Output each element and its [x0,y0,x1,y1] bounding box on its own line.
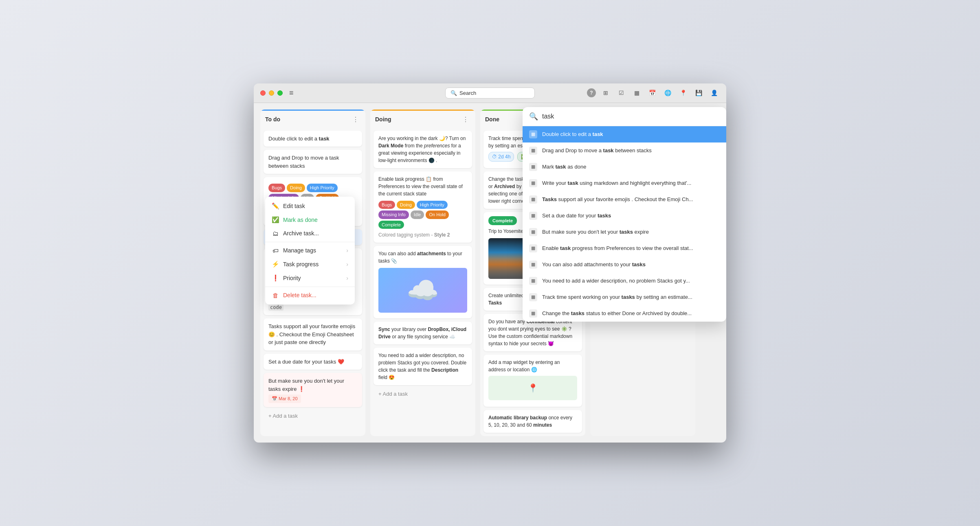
menu-mark-done[interactable]: ✅ Mark as done [265,213,355,227]
traffic-lights [260,90,283,96]
column-todo-header: To do ⋮ [260,110,365,127]
result-icon: ▦ [529,163,537,171]
tag-missing-info: Missing Info [378,210,409,219]
task-card-sync[interactable]: Sync your library over DropBox, iCloud D… [374,322,472,344]
task-card-darkmode[interactable]: Are you working in the dark 🌙? Turn on D… [374,131,472,168]
result-icon: ▦ [529,212,537,220]
column-doing-menu[interactable]: ⋮ [461,115,470,124]
search-result-item[interactable]: ▦ Change the tasks status to either Done… [523,305,726,322]
menu-manage-tags[interactable]: 🏷 Manage tags › [265,244,355,257]
result-icon: ▦ [529,147,537,155]
search-dropdown: 🔍 ▦ Double click to edit a task ▦ Drag a… [523,107,726,322]
task-card-attachments[interactable]: You can also add attachments to your tas… [374,246,472,318]
check-icon: ✅ [272,216,279,224]
search-result-item[interactable]: ▦ But make sure you don't let your tasks… [523,224,726,240]
time-badge-elapsed: ⏱ 2d 4h [488,152,514,162]
search-dropdown-header: 🔍 [523,107,726,126]
search-result-item[interactable]: ▦ Double click to edit a task [523,126,726,142]
task-card-progress[interactable]: Enable task progress 📋 from Preferences … [374,171,472,243]
result-icon: ▦ [529,261,537,269]
result-icon: ▦ [529,130,537,138]
submenu-arrow: › [346,247,348,254]
archive-icon: 🗂 [272,230,279,237]
tag-idle: Idle [411,210,424,219]
search-dropdown-icon: 🔍 [529,112,538,121]
table-icon[interactable]: ▦ [631,87,642,99]
task-card[interactable]: Double click to edit a task [264,131,362,147]
task-card-expired[interactable]: But make sure you don't let your tasks e… [264,373,362,407]
save-icon[interactable]: 💾 [693,87,704,99]
search-dropdown-input[interactable] [542,113,720,120]
menu-archive[interactable]: 🗂 Archive task... [265,227,355,240]
menu-divider-2 [265,287,355,287]
result-icon: ▦ [529,293,537,301]
column-doing-header: Doing ⋮ [370,110,475,127]
tag-bugs: Bugs [378,201,395,209]
search-result-item[interactable]: ▦ Tasks support all your favorite emojis… [523,191,726,208]
search-result-item[interactable]: ▦ Mark task as done [523,159,726,175]
maximize-button[interactable] [277,90,283,96]
add-task-button[interactable]: + Add a task [264,410,362,421]
search-result-item[interactable]: ▦ You need to add a wider description, n… [523,273,726,289]
search-result-item[interactable]: ▦ You can also add attachments to your t… [523,256,726,273]
task-card-description[interactable]: You need to add a wider description, no … [374,348,472,385]
column-todo-title: To do [265,116,280,123]
search-result-item[interactable]: ▦ Write your task using markdown and hig… [523,175,726,191]
calendar-icon[interactable]: 📅 [646,87,658,99]
titlebar: ≡ 🔍 ? ⊞ ☑ ▦ 📅 🌐 📍 💾 👤 [254,83,726,103]
edit-icon: ✏️ [272,202,279,210]
menu-task-progress[interactable]: ⚡ Task progress › [265,257,355,271]
task-card-map[interactable]: Add a map widget by entering an address … [483,355,582,407]
cloud-icon: ☁️ [407,271,439,310]
tags-row: Bugs Doing High Priority Missing Info Id… [378,201,467,229]
delete-icon: 🗑 [272,292,279,299]
globe-icon[interactable]: 🌐 [662,87,673,99]
task-card-emojis[interactable]: Tasks support all your favorite emojis 😊… [264,318,362,351]
grid-view-icon[interactable]: ⊞ [600,87,611,99]
search-bar[interactable]: 🔍 [445,88,535,99]
search-results: ▦ Double click to edit a task ▦ Drag and… [523,126,726,322]
checklist-icon[interactable]: ☑ [615,87,627,99]
search-result-item[interactable]: ▦ Track time spent working on your tasks… [523,289,726,305]
menu-priority[interactable]: ❗ Priority › [265,271,355,285]
help-button[interactable]: ? [587,88,596,97]
search-result-item[interactable]: ▦ Drag and Drop to move a task between s… [523,142,726,159]
add-task-button-doing[interactable]: + Add a task [374,388,472,399]
titlebar-actions: ? ⊞ ☑ ▦ 📅 🌐 📍 💾 👤 [587,87,720,99]
search-input[interactable] [459,90,525,96]
tag-high-priority: High Priority [307,184,338,192]
date-badge: 📅 Mar 8, 20 [268,394,301,403]
menu-delete[interactable]: 🗑 Delete task... [265,289,355,302]
tags-icon: 🏷 [272,247,279,254]
submenu-arrow-2: › [346,261,348,267]
submenu-arrow-3: › [346,275,348,281]
search-icon: 🔍 [450,90,457,96]
column-doing: Doing ⋮ Are you working in the dark 🌙? T… [370,110,475,436]
column-todo-menu[interactable]: ⋮ [351,115,360,124]
task-card-backup[interactable]: Automatic library backup once every 5, 1… [483,410,582,433]
menu-edit-task[interactable]: ✏️ Edit task [265,199,355,213]
tag-doing: Doing [287,184,305,192]
task-card-due-date[interactable]: Set a due date for your tasks ❤️ [264,354,362,370]
tag-bugs: Bugs [268,184,285,192]
map-widget: 📍 [488,376,577,400]
priority-icon: ❗ [272,274,279,282]
close-button[interactable] [260,90,266,96]
tag-doing: Doing [397,201,415,209]
location-icon[interactable]: 📍 [677,87,689,99]
context-menu: ✏️ Edit task ✅ Mark as done 🗂 Archive ta… [265,197,355,305]
search-result-item[interactable]: ▦ Enable task progress from Preferences … [523,240,726,256]
column-doing-title: Doing [375,116,391,123]
minimize-button[interactable] [269,90,274,96]
tag-complete: Complete [378,221,404,229]
card-subtext-2: Colored tagging system - Style 2 [378,231,467,239]
result-icon: ▦ [529,244,537,252]
task-card[interactable]: Drag and Drop to move a task between sta… [264,150,362,174]
tag-on-hold: On Hold [426,210,448,219]
search-result-item[interactable]: ▦ Set a due date for your tasks [523,208,726,224]
hamburger-menu[interactable]: ≡ [289,89,294,97]
column-doing-body: Are you working in the dark 🌙? Turn on D… [370,127,475,436]
profile-icon[interactable]: 👤 [708,87,720,99]
main-content: To do ⋮ Double click to edit a task Drag… [254,103,726,443]
status-badge-complete: Complete [488,216,517,226]
